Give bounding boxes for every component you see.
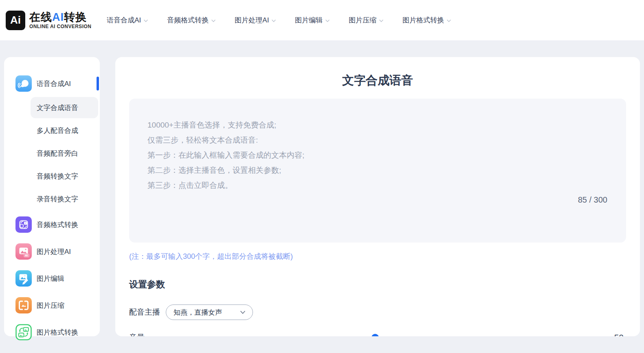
sidebar-item-image-format-conversion[interactable]: 图片格式转换: [4, 319, 100, 346]
placeholder-line: 第二步：选择主播音色，设置相关参数;: [147, 163, 608, 178]
active-indicator: [97, 77, 99, 90]
image-format-icon: [15, 324, 32, 340]
nav-item-label: 图片压缩: [349, 15, 376, 25]
nav-item-image-processing-ai[interactable]: 图片处理AI: [235, 15, 276, 25]
nav-item-label: 语音合成AI: [107, 15, 141, 25]
audio-format-icon: ♪: [15, 216, 32, 233]
input-note: (注：最多可输入300个字，超出部分合成将被截断): [129, 252, 626, 261]
placeholder-line: 仅需三步，轻松将文本合成语音:: [147, 132, 608, 148]
svg-text:AI: AI: [25, 254, 28, 257]
sidebar-item-audio-format-conversion[interactable]: ♪ 音频格式转换: [4, 211, 100, 238]
voice-synthesis-icon: [15, 75, 32, 92]
svg-text:♪: ♪: [25, 222, 26, 225]
brand-subtitle: ONLINE AI CONVERSION: [29, 24, 91, 29]
nav-item-label: 图片格式转换: [402, 15, 444, 25]
sidebar-group-label: 图片处理AI: [37, 247, 71, 256]
brand-logo[interactable]: Ai 在线AI转换 ONLINE AI CONVERSION: [6, 11, 91, 30]
main-panel: 文字合成语音 10000+主播音色选择，支持免费合成; 仅需三步，轻松将文本合成…: [115, 57, 640, 336]
chevron-down-icon: [143, 18, 148, 23]
placeholder-line: 第三步：点击立即合成。: [147, 178, 608, 193]
main-nav: 语音合成AI 音频格式转换 图片处理AI 图片编辑 图片压缩 图片格式转换: [107, 15, 451, 25]
top-header: Ai 在线AI转换 ONLINE AI CONVERSION 语音合成AI 音频…: [0, 0, 644, 40]
page-title: 文字合成语音: [129, 72, 626, 89]
textarea-placeholder: 10000+主播音色选择，支持免费合成; 仅需三步，轻松将文本合成语音: 第一步…: [147, 117, 608, 193]
voice-select-value: 知燕，直播女声: [174, 308, 222, 317]
sidebar-item-image-edit[interactable]: 图片编辑: [4, 265, 100, 292]
volume-value: 50: [611, 333, 624, 336]
sidebar-item-multi-voice-dubbing[interactable]: 多人配音合成: [31, 120, 98, 141]
image-ai-icon: AI: [15, 243, 32, 260]
char-counter: 85 / 300: [578, 195, 607, 205]
sidebar-item-audio-dubbing-narration[interactable]: 音频配音旁白: [31, 143, 98, 164]
sidebar-child-label: 多人配音合成: [37, 126, 78, 135]
sidebar-item-image-processing-ai[interactable]: AI 图片处理AI: [4, 238, 100, 265]
chevron-down-icon: [271, 18, 276, 23]
sidebar-item-text-to-speech[interactable]: 文字合成语音: [31, 97, 98, 118]
nav-item-label: 音频格式转换: [167, 15, 209, 25]
brand-title-suffix: 转换: [64, 11, 87, 23]
voice-select[interactable]: 知燕，直播女声: [166, 304, 253, 320]
brand-logo-badge: Ai: [6, 11, 25, 30]
image-compress-icon: [15, 297, 32, 313]
text-input-area[interactable]: 10000+主播音色选择，支持免费合成; 仅需三步，轻松将文本合成语音: 第一步…: [129, 99, 626, 243]
chevron-down-icon: [446, 18, 451, 23]
sidebar-group-label: 图片编辑: [37, 274, 64, 283]
volume-row: 音量 50: [129, 332, 626, 336]
volume-label: 音量: [129, 332, 145, 336]
sidebar: 语音合成AI 文字合成语音 多人配音合成 音频配音旁白 音频转换文字 录音转换文…: [4, 57, 100, 336]
brand-text: 在线AI转换 ONLINE AI CONVERSION: [29, 11, 91, 29]
nav-item-image-format-conversion[interactable]: 图片格式转换: [402, 15, 451, 25]
volume-slider-thumb[interactable]: [371, 334, 379, 336]
sidebar-item-voice-synthesis-ai[interactable]: 语音合成AI: [4, 70, 100, 97]
settings-heading: 设置参数: [129, 278, 626, 291]
sidebar-group-label: 语音合成AI: [37, 79, 71, 88]
logo-badge-text: Ai: [10, 14, 21, 26]
page-body: 语音合成AI 文字合成语音 多人配音合成 音频配音旁白 音频转换文字 录音转换文…: [0, 40, 644, 336]
sidebar-group-label: 图片压缩: [37, 301, 64, 310]
chevron-down-icon: [240, 309, 246, 315]
sidebar-item-recording-to-text[interactable]: 录音转换文字: [31, 188, 98, 210]
nav-item-image-compress[interactable]: 图片压缩: [349, 15, 384, 25]
chevron-down-icon: [379, 18, 384, 23]
placeholder-line: 第一步：在此输入框输入需要合成的文本内容;: [147, 148, 608, 163]
sidebar-child-label: 音频配音旁白: [37, 149, 78, 158]
sidebar-child-label: 文字合成语音: [37, 103, 78, 113]
voice-anchor-row: 配音主播 知燕，直播女声: [129, 304, 626, 320]
nav-item-audio-format-conversion[interactable]: 音频格式转换: [167, 15, 216, 25]
nav-item-image-edit[interactable]: 图片编辑: [295, 15, 330, 25]
nav-item-label: 图片编辑: [295, 15, 323, 25]
voice-anchor-label: 配音主播: [129, 307, 160, 318]
sidebar-child-label: 音频转换文字: [37, 172, 78, 181]
sidebar-item-audio-to-text[interactable]: 音频转换文字: [31, 165, 98, 187]
chevron-down-icon: [325, 18, 330, 23]
brand-title: 在线AI转换: [29, 11, 91, 23]
sidebar-item-image-compress[interactable]: 图片压缩: [4, 292, 100, 319]
brand-title-accent: AI: [52, 11, 64, 23]
brand-title-prefix: 在线: [29, 11, 52, 23]
sidebar-child-label: 录音转换文字: [37, 194, 78, 204]
sidebar-group-label: 音频格式转换: [37, 220, 78, 229]
chevron-down-icon: [211, 18, 216, 23]
nav-item-label: 图片处理AI: [235, 15, 269, 25]
placeholder-line: 10000+主播音色选择，支持免费合成;: [147, 117, 608, 132]
sidebar-group-label: 图片格式转换: [37, 328, 78, 337]
nav-item-voice-synthesis-ai[interactable]: 语音合成AI: [107, 15, 148, 25]
image-edit-icon: [15, 270, 32, 287]
